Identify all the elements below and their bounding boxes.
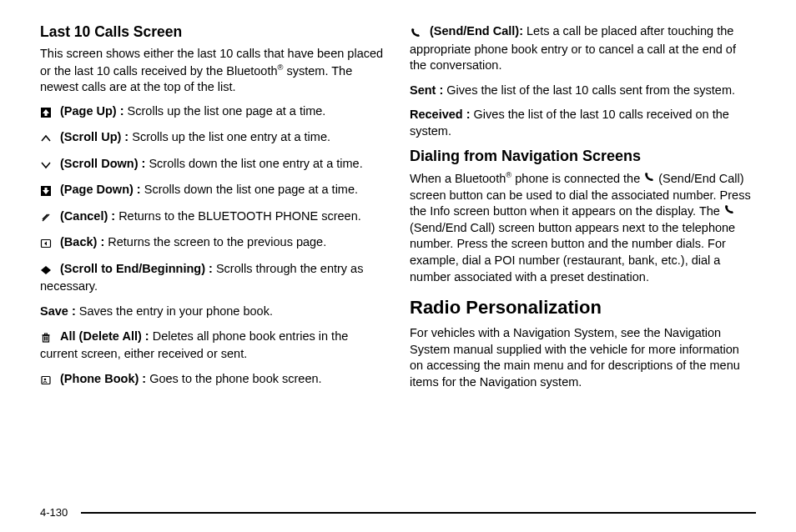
definition-desc: Gives the list of the last 10 calls sent… [446, 83, 735, 97]
definition-label: (Scroll Down) : [60, 157, 145, 170]
definition-label: All (Delete All) : [60, 329, 149, 343]
cancel-icon [40, 210, 54, 227]
columns: Last 10 Calls Screen This screen shows e… [40, 23, 756, 398]
definition-desc: Scrolls down the list one page at a time… [144, 183, 358, 196]
definition-desc: Returns the screen to the previous page. [108, 235, 326, 248]
definition-label: (Back) : [60, 235, 104, 248]
radio-paragraph: For vehicles with a Navigation System, s… [410, 325, 756, 390]
dialing-paragraph: When a Bluetooth® phone is connected the… [410, 170, 756, 285]
left-definition-list: (Page Up) : Scrolls up the list one page… [40, 103, 386, 389]
back-icon [40, 236, 54, 253]
definition-row: (Scroll Up) : Scrolls up the list one en… [40, 129, 386, 148]
definition-row: (Send/End Call): Lets a call be placed a… [410, 23, 756, 74]
phone-icon [723, 203, 735, 215]
dialing-heading: Dialing from Navigation Screens [410, 148, 756, 165]
definition-desc: Scrolls up the list one entry at a time. [132, 130, 330, 143]
definition-label: (Send/End Call): [430, 24, 523, 38]
definition-label: Received : [410, 108, 471, 121]
page-up-icon [40, 105, 54, 122]
definition-label: (Phone Book) : [60, 372, 146, 385]
definition-row: (Page Up) : Scrolls up the list one page… [40, 103, 386, 122]
definition-row: (Page Down) : Scrolls down the list one … [40, 182, 386, 200]
definition-label: (Page Up) : [60, 104, 124, 118]
scroll-up-icon [40, 131, 54, 148]
definition-label: Sent : [410, 83, 443, 97]
page-number: 4-130 [40, 506, 68, 519]
left-column: Last 10 Calls Screen This screen shows e… [40, 23, 386, 398]
definition-desc: Goes to the phone book screen. [149, 372, 321, 385]
definition-desc: Returns to the BLUETOOTH PHONE screen. [118, 209, 361, 223]
definition-row: Save : Saves the entry in your phone boo… [40, 304, 386, 320]
definition-row: Received : Gives the list of the last 10… [410, 107, 756, 139]
right-top-definition-list: (Send/End Call): Lets a call be placed a… [410, 23, 756, 139]
scroll-end-icon [40, 263, 54, 279]
definition-row: Sent : Gives the list of the last 10 cal… [410, 83, 756, 99]
dial-d: (Send/End Call) screen button appears ne… [410, 221, 735, 284]
definition-row: (Scroll to End/Beginning) : Scrolls thro… [40, 261, 386, 295]
footer-rule [81, 512, 756, 514]
last-calls-heading: Last 10 Calls Screen [40, 23, 386, 41]
radio-heading: Radio Personalization [410, 297, 756, 319]
definition-label: (Scroll to End/Beginning) : [60, 262, 213, 275]
phone-icon [410, 25, 424, 42]
scroll-down-icon [40, 158, 54, 174]
phone-icon [643, 171, 655, 183]
right-column: (Send/End Call): Lets a call be placed a… [410, 23, 756, 398]
last-calls-intro: This screen shows either the last 10 cal… [40, 46, 386, 96]
page-footer: 4-130 [40, 506, 756, 519]
delete-all-icon [40, 330, 54, 347]
definition-desc: Scrolls down the list one entry at a tim… [149, 157, 362, 170]
definition-desc: Saves the entry in your phone book. [79, 304, 273, 318]
phone-book-icon [40, 373, 54, 389]
definition-row: (Back) : Returns the screen to the previ… [40, 234, 386, 253]
definition-row: All (Delete All) : Deletes all phone boo… [40, 329, 386, 363]
page-down-icon [40, 183, 54, 200]
page: Last 10 Calls Screen This screen shows e… [0, 0, 796, 532]
dial-b: phone is connected the [511, 172, 643, 185]
definition-label: (Cancel) : [60, 209, 115, 223]
dial-a: When a Bluetooth [410, 172, 506, 185]
definition-row: (Cancel) : Returns to the BLUETOOTH PHON… [40, 208, 386, 227]
definition-desc: Scrolls up the list one page at a time. [128, 104, 326, 118]
definition-row: (Phone Book) : Goes to the phone book sc… [40, 371, 386, 389]
definition-label: Save : [40, 304, 76, 318]
definition-label: (Scroll Up) : [60, 130, 128, 143]
definition-row: (Scroll Down) : Scrolls down the list on… [40, 156, 386, 174]
definition-label: (Page Down) : [60, 183, 141, 196]
